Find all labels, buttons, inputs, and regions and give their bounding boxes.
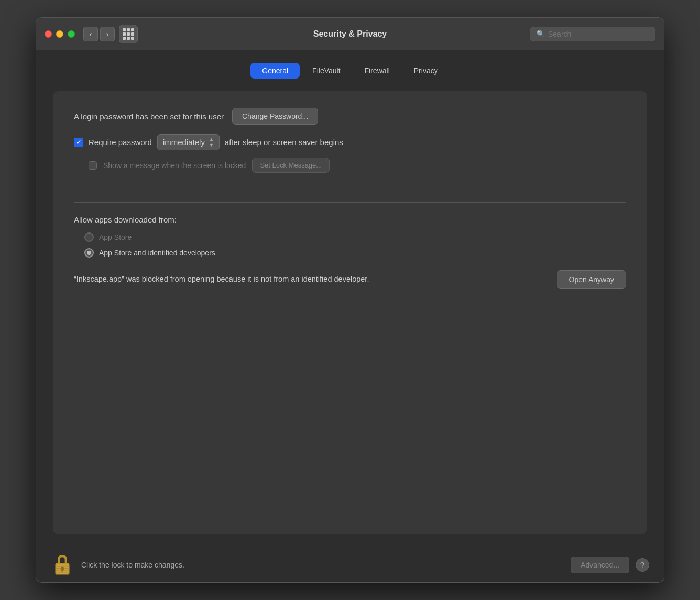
search-input[interactable] (548, 30, 649, 38)
grid-button[interactable] (119, 25, 138, 43)
main-content: General FileVault Firewall Privacy A log… (36, 50, 664, 547)
password-timing-dropdown[interactable]: immediately ▲ ▼ (157, 134, 220, 150)
search-box[interactable]: 🔍 (530, 27, 655, 41)
titlebar: ‹ › Security & Privacy 🔍 (36, 18, 664, 50)
tab-privacy[interactable]: Privacy (402, 63, 450, 79)
lock-message-label: Show a message when the screen is locked (103, 161, 246, 170)
require-password-row: ✓ Require password immediately ▲ ▼ after… (74, 134, 626, 150)
help-button[interactable]: ? (636, 558, 649, 572)
svg-rect-4 (55, 565, 69, 566)
svg-rect-7 (55, 572, 69, 573)
lock-message-row: Show a message when the screen is locked… (89, 158, 626, 173)
forward-button[interactable]: › (100, 27, 115, 41)
radio-app-store-row[interactable]: App Store (84, 232, 626, 242)
change-password-button[interactable]: Change Password... (232, 108, 318, 125)
traffic-lights (45, 30, 75, 38)
footer: Click the lock to make changes. Advanced… (36, 547, 664, 582)
downloads-title: Allow apps downloaded from: (74, 215, 626, 224)
tab-general[interactable]: General (250, 63, 300, 79)
dropdown-arrows-icon: ▲ ▼ (209, 137, 214, 148)
dropdown-value: immediately (163, 138, 205, 147)
section-divider (74, 202, 626, 203)
search-icon: 🔍 (537, 30, 545, 38)
svg-rect-5 (55, 568, 69, 569)
require-password-checkbox[interactable]: ✓ (74, 138, 83, 147)
set-lock-message-button[interactable]: Set Lock Message... (252, 158, 330, 173)
close-button[interactable] (45, 30, 52, 38)
tab-bar: General FileVault Firewall Privacy (53, 63, 647, 79)
radio-app-store-identified[interactable] (84, 248, 94, 258)
after-sleep-label: after sleep or screen saver begins (225, 138, 343, 147)
svg-rect-3 (61, 569, 63, 571)
downloads-section: Allow apps downloaded from: App Store Ap… (74, 215, 626, 517)
maximize-button[interactable] (68, 30, 75, 38)
footer-lock-text: Click the lock to make changes. (81, 561, 571, 569)
radio-group: App Store App Store and identified devel… (84, 232, 626, 258)
blocked-text: “Inkscape.app” was blocked from opening … (74, 274, 546, 285)
tab-firewall[interactable]: Firewall (353, 63, 401, 79)
radio-app-store-label: App Store (99, 233, 132, 241)
lock-icon[interactable] (51, 553, 74, 576)
password-set-label: A login password has been set for this u… (74, 112, 224, 121)
window: ‹ › Security & Privacy 🔍 General FileVau… (36, 17, 664, 583)
window-title: Security & Privacy (313, 29, 387, 39)
password-row: A login password has been set for this u… (74, 108, 626, 125)
svg-rect-6 (55, 570, 69, 571)
radio-app-store[interactable] (84, 232, 94, 242)
open-anyway-button[interactable]: Open Anyway (557, 270, 626, 289)
settings-panel: A login password has been set for this u… (53, 91, 647, 534)
advanced-button[interactable]: Advanced... (571, 557, 629, 573)
checkmark-icon: ✓ (76, 139, 82, 146)
grid-icon (123, 28, 134, 40)
require-password-label: Require password (89, 138, 152, 147)
lock-message-checkbox[interactable] (89, 161, 97, 170)
tab-filevault[interactable]: FileVault (301, 63, 352, 79)
minimize-button[interactable] (56, 30, 63, 38)
radio-app-store-identified-label: App Store and identified developers (99, 249, 215, 257)
back-button[interactable]: ‹ (83, 27, 98, 41)
blocked-notice: “Inkscape.app” was blocked from opening … (74, 270, 626, 289)
nav-buttons: ‹ › (83, 27, 115, 41)
password-section: A login password has been set for this u… (74, 108, 626, 173)
radio-app-store-identified-row[interactable]: App Store and identified developers (84, 248, 626, 258)
